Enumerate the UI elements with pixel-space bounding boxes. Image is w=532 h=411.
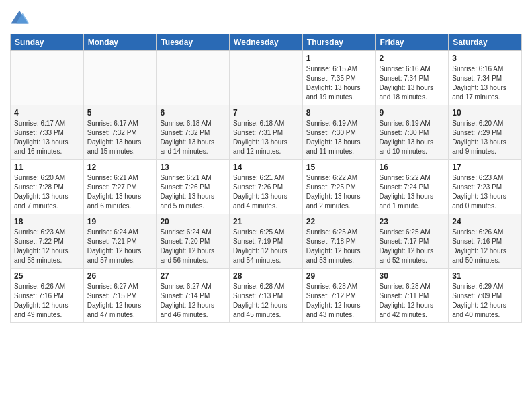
calendar-cell: 22Sunrise: 6:25 AMSunset: 7:18 PMDayligh… [302, 214, 375, 269]
calendar-cell: 10Sunrise: 6:20 AMSunset: 7:29 PMDayligh… [449, 105, 522, 160]
week-row-1: 1Sunrise: 6:15 AMSunset: 7:35 PMDaylight… [11, 51, 522, 105]
calendar-cell: 4Sunrise: 6:17 AMSunset: 7:33 PMDaylight… [11, 105, 84, 160]
day-number: 12 [87, 163, 153, 172]
day-number: 28 [233, 271, 299, 281]
calendar-cell: 26Sunrise: 6:27 AMSunset: 7:15 PMDayligh… [83, 269, 157, 323]
calendar-cell: 19Sunrise: 6:24 AMSunset: 7:21 PMDayligh… [83, 214, 157, 269]
day-info: Sunrise: 6:20 AMSunset: 7:29 PMDaylight:… [452, 119, 518, 156]
day-number: 5 [87, 108, 153, 118]
day-info: Sunrise: 6:24 AMSunset: 7:20 PMDaylight:… [160, 228, 226, 265]
calendar-cell [11, 51, 84, 105]
day-info: Sunrise: 6:28 AMSunset: 7:11 PMDaylight:… [380, 282, 445, 320]
day-header-thursday: Thursday [302, 34, 375, 51]
calendar-cell: 25Sunrise: 6:26 AMSunset: 7:16 PMDayligh… [11, 269, 84, 323]
calendar-cell: 30Sunrise: 6:28 AMSunset: 7:11 PMDayligh… [375, 269, 449, 323]
day-info: Sunrise: 6:19 AMSunset: 7:30 PMDaylight:… [380, 119, 445, 156]
day-info: Sunrise: 6:24 AMSunset: 7:21 PMDaylight:… [87, 228, 153, 265]
week-row-3: 11Sunrise: 6:20 AMSunset: 7:28 PMDayligh… [11, 160, 522, 214]
day-header-saturday: Saturday [449, 34, 522, 51]
day-info: Sunrise: 6:26 AMSunset: 7:16 PMDaylight:… [14, 282, 80, 320]
calendar-cell: 7Sunrise: 6:18 AMSunset: 7:31 PMDaylight… [230, 105, 303, 160]
day-number: 7 [233, 108, 299, 118]
day-number: 10 [452, 108, 518, 118]
day-info: Sunrise: 6:22 AMSunset: 7:25 PMDaylight:… [306, 173, 372, 211]
calendar-body: 1Sunrise: 6:15 AMSunset: 7:35 PMDaylight… [11, 51, 522, 323]
day-number: 22 [306, 217, 372, 226]
week-row-4: 18Sunrise: 6:23 AMSunset: 7:22 PMDayligh… [11, 214, 522, 269]
day-number: 9 [380, 108, 445, 118]
week-row-5: 25Sunrise: 6:26 AMSunset: 7:16 PMDayligh… [11, 269, 522, 323]
day-number: 18 [14, 217, 80, 226]
calendar-cell [230, 51, 303, 105]
day-number: 20 [160, 217, 226, 226]
day-number: 23 [380, 217, 445, 226]
days-of-week-row: SundayMondayTuesdayWednesdayThursdayFrid… [11, 34, 522, 51]
calendar-header: SundayMondayTuesdayWednesdayThursdayFrid… [11, 34, 522, 51]
calendar-cell: 27Sunrise: 6:27 AMSunset: 7:14 PMDayligh… [157, 269, 230, 323]
day-info: Sunrise: 6:15 AMSunset: 7:35 PMDaylight:… [306, 64, 372, 102]
day-info: Sunrise: 6:29 AMSunset: 7:09 PMDaylight:… [452, 282, 518, 320]
calendar-cell: 14Sunrise: 6:21 AMSunset: 7:26 PMDayligh… [230, 160, 303, 214]
calendar-cell: 17Sunrise: 6:23 AMSunset: 7:23 PMDayligh… [449, 160, 522, 214]
day-number: 24 [452, 217, 518, 226]
day-number: 2 [380, 54, 445, 63]
page-header [10, 7, 522, 30]
day-info: Sunrise: 6:25 AMSunset: 7:19 PMDaylight:… [233, 228, 299, 265]
calendar-cell: 2Sunrise: 6:16 AMSunset: 7:34 PMDaylight… [375, 51, 449, 105]
day-number: 14 [233, 163, 299, 172]
calendar-cell: 8Sunrise: 6:19 AMSunset: 7:30 PMDaylight… [302, 105, 375, 160]
day-header-sunday: Sunday [11, 34, 84, 51]
calendar-cell: 13Sunrise: 6:21 AMSunset: 7:26 PMDayligh… [157, 160, 230, 214]
calendar-cell: 16Sunrise: 6:22 AMSunset: 7:24 PMDayligh… [375, 160, 449, 214]
day-number: 15 [306, 163, 372, 172]
calendar-cell: 1Sunrise: 6:15 AMSunset: 7:35 PMDaylight… [302, 51, 375, 105]
day-info: Sunrise: 6:17 AMSunset: 7:33 PMDaylight:… [14, 119, 80, 156]
day-info: Sunrise: 6:23 AMSunset: 7:23 PMDaylight:… [452, 173, 518, 211]
calendar-cell: 31Sunrise: 6:29 AMSunset: 7:09 PMDayligh… [449, 269, 522, 323]
day-number: 4 [14, 108, 80, 118]
day-number: 31 [452, 271, 518, 281]
day-info: Sunrise: 6:19 AMSunset: 7:30 PMDaylight:… [306, 119, 372, 156]
calendar-cell [83, 51, 157, 105]
day-info: Sunrise: 6:18 AMSunset: 7:31 PMDaylight:… [233, 119, 299, 156]
calendar-cell: 20Sunrise: 6:24 AMSunset: 7:20 PMDayligh… [157, 214, 230, 269]
day-info: Sunrise: 6:17 AMSunset: 7:32 PMDaylight:… [87, 119, 153, 156]
day-info: Sunrise: 6:21 AMSunset: 7:27 PMDaylight:… [87, 173, 153, 211]
day-info: Sunrise: 6:25 AMSunset: 7:18 PMDaylight:… [306, 228, 372, 265]
calendar-cell: 5Sunrise: 6:17 AMSunset: 7:32 PMDaylight… [83, 105, 157, 160]
day-number: 3 [452, 54, 518, 63]
logo-icon [10, 9, 29, 28]
calendar-cell: 12Sunrise: 6:21 AMSunset: 7:27 PMDayligh… [83, 160, 157, 214]
day-info: Sunrise: 6:27 AMSunset: 7:14 PMDaylight:… [160, 282, 226, 320]
day-info: Sunrise: 6:16 AMSunset: 7:34 PMDaylight:… [452, 64, 518, 102]
day-info: Sunrise: 6:25 AMSunset: 7:17 PMDaylight:… [380, 228, 445, 265]
calendar-cell: 21Sunrise: 6:25 AMSunset: 7:19 PMDayligh… [230, 214, 303, 269]
day-info: Sunrise: 6:28 AMSunset: 7:13 PMDaylight:… [233, 282, 299, 320]
day-header-monday: Monday [83, 34, 157, 51]
day-info: Sunrise: 6:27 AMSunset: 7:15 PMDaylight:… [87, 282, 153, 320]
day-info: Sunrise: 6:23 AMSunset: 7:22 PMDaylight:… [14, 228, 80, 265]
day-header-tuesday: Tuesday [157, 34, 230, 51]
calendar-cell: 3Sunrise: 6:16 AMSunset: 7:34 PMDaylight… [449, 51, 522, 105]
day-number: 6 [160, 108, 226, 118]
logo [10, 11, 32, 30]
day-info: Sunrise: 6:20 AMSunset: 7:28 PMDaylight:… [14, 173, 80, 211]
day-info: Sunrise: 6:16 AMSunset: 7:34 PMDaylight:… [380, 64, 445, 102]
calendar-cell [157, 51, 230, 105]
calendar-cell: 6Sunrise: 6:18 AMSunset: 7:32 PMDaylight… [157, 105, 230, 160]
calendar-table: SundayMondayTuesdayWednesdayThursdayFrid… [10, 34, 522, 323]
day-number: 21 [233, 217, 299, 226]
day-info: Sunrise: 6:21 AMSunset: 7:26 PMDaylight:… [160, 173, 226, 211]
day-number: 19 [87, 217, 153, 226]
calendar-cell: 15Sunrise: 6:22 AMSunset: 7:25 PMDayligh… [302, 160, 375, 214]
calendar-cell: 9Sunrise: 6:19 AMSunset: 7:30 PMDaylight… [375, 105, 449, 160]
day-info: Sunrise: 6:18 AMSunset: 7:32 PMDaylight:… [160, 119, 226, 156]
day-number: 8 [306, 108, 372, 118]
calendar-cell: 11Sunrise: 6:20 AMSunset: 7:28 PMDayligh… [11, 160, 84, 214]
day-header-friday: Friday [375, 34, 449, 51]
calendar-cell: 28Sunrise: 6:28 AMSunset: 7:13 PMDayligh… [230, 269, 303, 323]
calendar-cell: 24Sunrise: 6:26 AMSunset: 7:16 PMDayligh… [449, 214, 522, 269]
calendar-cell: 18Sunrise: 6:23 AMSunset: 7:22 PMDayligh… [11, 214, 84, 269]
day-info: Sunrise: 6:28 AMSunset: 7:12 PMDaylight:… [306, 282, 372, 320]
day-number: 30 [380, 271, 445, 281]
